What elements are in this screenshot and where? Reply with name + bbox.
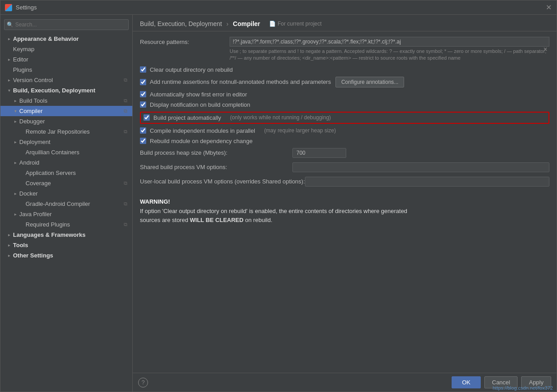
sidebar-item-build-tools[interactable]: Build Tools⧉ bbox=[0, 96, 132, 106]
checkbox-auto-show-error[interactable] bbox=[140, 91, 146, 97]
checkbox-label-build-automatically: Build project automatically bbox=[153, 114, 221, 121]
breadcrumb-part2: Compiler bbox=[233, 20, 260, 27]
sidebar-item-label-android: Android bbox=[19, 159, 129, 166]
copy-icon-coverage[interactable]: ⧉ bbox=[122, 180, 129, 187]
panel-header: Build, Execution, Deployment › Compiler … bbox=[133, 15, 557, 31]
resource-patterns-hint: Use ; to separate patterns and ! to nega… bbox=[230, 48, 549, 62]
user-local-vm-label: User-local build process VM options (ove… bbox=[140, 178, 305, 185]
checkbox-label-add-runtime: Add runtime assertions for notnull-annot… bbox=[150, 78, 331, 85]
sidebar-item-label-other-settings: Other Settings bbox=[13, 252, 129, 259]
sidebar-item-appearance-behavior[interactable]: Appearance & Behavior bbox=[0, 34, 132, 44]
sidebar-item-other-settings[interactable]: Other Settings bbox=[0, 250, 132, 261]
sidebar-item-label-required-plugins: Required Plugins bbox=[26, 221, 122, 228]
sidebar-item-compiler[interactable]: Compiler⧉ bbox=[0, 106, 132, 116]
copy-icon-required-plugins[interactable]: ⧉ bbox=[122, 222, 129, 228]
sidebar-item-label-application-servers: Application Servers bbox=[26, 170, 129, 176]
sidebar-item-version-control[interactable]: Version Control⧉ bbox=[0, 75, 132, 85]
app-icon bbox=[5, 4, 12, 11]
shared-vm-label: Shared build process VM options: bbox=[140, 164, 292, 170]
checkboxes-container: Clear output directory on rebuildAdd run… bbox=[140, 66, 549, 144]
search-box: 🔍 bbox=[4, 19, 129, 30]
checkbox-add-runtime[interactable] bbox=[140, 79, 146, 85]
sidebar-item-tools[interactable]: Tools bbox=[0, 240, 132, 250]
sidebar-item-label-build-tools: Build Tools bbox=[19, 97, 122, 104]
search-input[interactable] bbox=[4, 19, 129, 30]
checkbox-label-rebuild-dependency: Rebuild module on dependency change bbox=[150, 138, 252, 144]
right-panel: Build, Execution, Deployment › Compiler … bbox=[133, 15, 557, 392]
sidebar-item-gradle-android-compiler[interactable]: Gradle-Android Compiler⧉ bbox=[0, 199, 132, 209]
sidebar-item-debugger[interactable]: Debugger bbox=[0, 116, 132, 126]
shared-vm-input[interactable] bbox=[292, 162, 549, 172]
ok-button[interactable]: OK bbox=[452, 376, 481, 388]
checkbox-label-compile-parallel: Compile independent modules in parallel bbox=[150, 127, 255, 134]
sidebar-item-required-plugins[interactable]: Required Plugins⧉ bbox=[0, 219, 132, 230]
arrow-icon-languages-frameworks bbox=[6, 232, 12, 238]
checkbox-display-notification[interactable] bbox=[140, 101, 146, 108]
sidebar-item-languages-frameworks[interactable]: Languages & Frameworks bbox=[0, 230, 132, 240]
sidebar-item-coverage[interactable]: Coverage⧉ bbox=[0, 178, 132, 188]
sidebar-item-java-profiler[interactable]: Java Profiler bbox=[0, 209, 132, 219]
sidebar-item-deployment[interactable]: Deployment bbox=[0, 137, 132, 147]
sidebar-item-remote-jar-repositories[interactable]: Remote Jar Repositories⧉ bbox=[0, 126, 132, 137]
user-local-vm-input[interactable] bbox=[305, 177, 549, 187]
checkbox-clear-output[interactable] bbox=[140, 66, 146, 73]
sidebar-item-label-gradle-android-compiler: Gradle-Android Compiler bbox=[26, 200, 122, 207]
sidebar-item-arquillian-containers[interactable]: Arquillian Containers bbox=[0, 147, 132, 157]
arrow-icon-appearance-behavior bbox=[6, 36, 12, 42]
resource-patterns-row: Resource patterns: ✕ Use ; to separate p… bbox=[140, 37, 549, 62]
checkbox-row-compile-parallel: Compile independent modules in parallel(… bbox=[140, 127, 549, 134]
titlebar: Settings ✕ bbox=[0, 0, 557, 15]
sidebar-item-label-coverage: Coverage bbox=[26, 180, 122, 187]
arrow-icon-version-control bbox=[6, 77, 12, 83]
sidebar-item-label-compiler: Compiler bbox=[19, 108, 122, 114]
sidebar-item-docker[interactable]: Docker bbox=[0, 188, 132, 199]
sidebar-item-label-version-control: Version Control bbox=[13, 77, 122, 83]
resource-patterns-clear[interactable]: ✕ bbox=[543, 46, 548, 52]
sidebar-item-android[interactable]: Android bbox=[0, 157, 132, 168]
checkbox-label-auto-show-error: Automatically show first error in editor bbox=[150, 91, 247, 98]
checkbox-build-automatically[interactable] bbox=[144, 114, 150, 121]
checkbox-row-auto-show-error: Automatically show first error in editor bbox=[140, 91, 549, 98]
copy-icon-build-tools[interactable]: ⧉ bbox=[122, 98, 129, 104]
arrow-icon-java-profiler bbox=[12, 211, 18, 218]
sidebar-item-plugins[interactable]: Plugins bbox=[0, 65, 132, 75]
arrow-icon-editor bbox=[6, 57, 12, 63]
checkbox-row-display-notification: Display notification on build completion bbox=[140, 101, 549, 108]
sidebar-item-label-arquillian-containers: Arquillian Containers bbox=[26, 149, 129, 156]
sidebar-item-label-docker: Docker bbox=[19, 190, 129, 197]
sidebar-item-label-debugger: Debugger bbox=[19, 118, 129, 125]
resource-patterns-input[interactable] bbox=[230, 37, 549, 47]
sidebar-item-build-execution-deployment[interactable]: Build, Execution, Deployment bbox=[0, 85, 132, 96]
heap-size-row: Build process heap size (Mbytes): bbox=[140, 148, 549, 158]
checkbox-note-build-automatically: (only works while not running / debuggin… bbox=[230, 114, 331, 121]
configure-annotations-button[interactable]: Configure annotations... bbox=[335, 77, 404, 87]
heap-size-input[interactable] bbox=[292, 148, 346, 158]
checkbox-note-compile-parallel: (may require larger heap size) bbox=[264, 127, 336, 134]
close-button[interactable]: ✕ bbox=[545, 4, 552, 11]
sidebar-item-label-java-profiler: Java Profiler bbox=[19, 211, 129, 218]
copy-icon-remote-jar-repositories[interactable]: ⧉ bbox=[122, 129, 129, 135]
panel-body: Resource patterns: ✕ Use ; to separate p… bbox=[133, 31, 557, 373]
sidebar-item-label-build-execution-deployment: Build, Execution, Deployment bbox=[13, 87, 129, 94]
sidebar-item-editor[interactable]: Editor bbox=[0, 54, 132, 65]
sidebar-item-keymap[interactable]: Keymap bbox=[0, 44, 132, 54]
sidebar-item-label-plugins: Plugins bbox=[13, 66, 129, 73]
checkbox-row-rebuild-dependency: Rebuild module on dependency change bbox=[140, 138, 549, 144]
checkbox-row-clear-output: Clear output directory on rebuild bbox=[140, 66, 549, 73]
for-project-label: For current project bbox=[278, 21, 322, 27]
checkbox-rebuild-dependency[interactable] bbox=[140, 138, 146, 144]
sidebar-item-application-servers[interactable]: Application Servers bbox=[0, 168, 132, 178]
for-project-icon: 📄 bbox=[269, 21, 276, 27]
copy-icon-version-control[interactable]: ⧉ bbox=[122, 77, 129, 83]
for-project[interactable]: 📄 For current project bbox=[269, 21, 322, 27]
checkbox-compile-parallel[interactable] bbox=[140, 127, 146, 134]
resource-patterns-label: Resource patterns: bbox=[140, 37, 230, 45]
breadcrumb: Build, Execution, Deployment › Compiler bbox=[140, 20, 260, 27]
sidebar-item-label-appearance-behavior: Appearance & Behavior bbox=[13, 35, 129, 42]
copy-icon-gradle-android-compiler[interactable]: ⧉ bbox=[122, 201, 129, 207]
copy-icon-compiler[interactable]: ⧉ bbox=[122, 108, 129, 114]
help-button[interactable]: ? bbox=[138, 378, 148, 388]
window-title: Settings bbox=[16, 4, 545, 11]
status-url: https://blog.csdn.net/fox372 bbox=[489, 384, 557, 392]
sidebar-item-label-editor: Editor bbox=[13, 56, 129, 63]
